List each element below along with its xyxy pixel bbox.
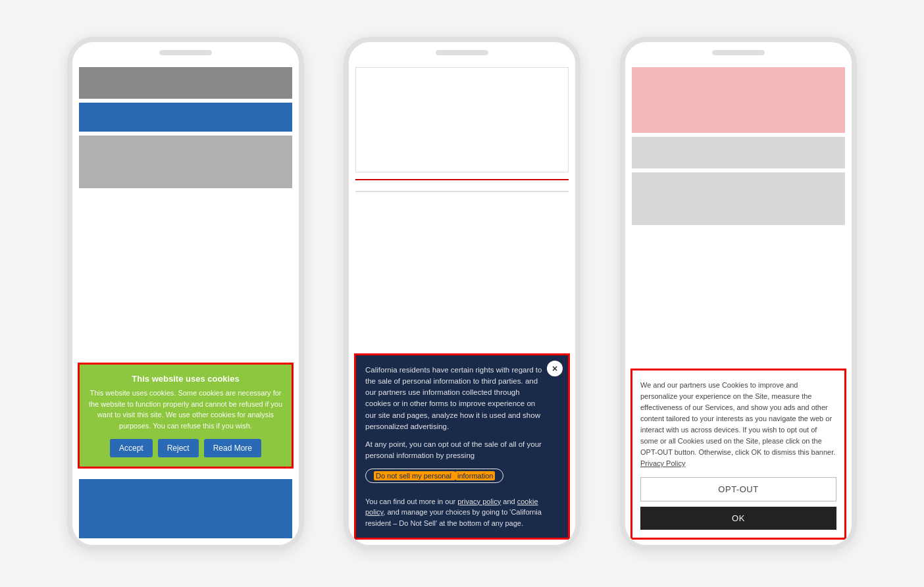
- phone-3-gray-block-1: [632, 137, 845, 168]
- phone-1-spacer: [72, 188, 299, 363]
- phone-3-spacer: [625, 225, 852, 369]
- phone-3-content: We and our partners use Cookies to impro…: [625, 61, 852, 545]
- cookie-2-links: You can find out more in our privacy pol…: [365, 496, 559, 529]
- phone-3-notch: [712, 50, 765, 55]
- cookie-1-text: This website uses cookies. Some cookies …: [88, 388, 284, 431]
- phone-1-content: This website uses cookies This website u…: [72, 61, 299, 545]
- cookie-1-accept-button[interactable]: Accept: [110, 439, 153, 457]
- phone-3-cookie-banner: We and our partners use Cookies to impro…: [630, 369, 846, 540]
- phone-2: × California residents have certain righ…: [344, 37, 580, 550]
- cookie-1-read-more-button[interactable]: Read More: [204, 439, 261, 457]
- cookie-3-text-content: We and our partners use Cookies to impro…: [640, 381, 835, 456]
- phones-container: This website uses cookies This website u…: [41, 11, 883, 576]
- cookie-1-title: This website uses cookies: [88, 374, 284, 384]
- cookie-2-and: and: [501, 498, 517, 505]
- cookie-1-buttons: Accept Reject Read More: [88, 439, 284, 457]
- cookie-3-text: We and our partners use Cookies to impro…: [640, 380, 836, 469]
- cookie-2-do-not-sell-button[interactable]: Do not sell my personal information: [365, 469, 503, 483]
- phone-1-cookie-banner: This website uses cookies This website u…: [78, 363, 294, 469]
- phone-2-screen: × California residents have certain righ…: [349, 61, 575, 545]
- phone-1-bottom-block: [79, 479, 292, 538]
- cookie-3-opt-out-button[interactable]: OPT-OUT: [640, 477, 836, 501]
- do-not-sell-label-plain: Do not sell my personal: [374, 471, 455, 480]
- phone-1: This website uses cookies This website u…: [67, 37, 304, 550]
- phone-2-spacer: [349, 200, 575, 353]
- cookie-2-text1: California residents have certain rights…: [365, 365, 559, 433]
- cookie-1-reject-button[interactable]: Reject: [158, 439, 199, 457]
- cookie-3-ok-button[interactable]: OK: [640, 507, 836, 530]
- cookie-2-privacy-link[interactable]: privacy policy: [457, 498, 501, 505]
- phone-1-blue-block: [79, 103, 292, 132]
- phone-3-gray-block-2: [632, 172, 845, 225]
- cookie-3-privacy-policy-link[interactable]: Privacy Policy: [640, 459, 685, 467]
- phone-2-cookie-banner: × California residents have certain righ…: [354, 353, 570, 540]
- phone-3-screen: We and our partners use Cookies to impro…: [625, 61, 852, 545]
- phone-1-notch: [159, 50, 212, 55]
- phone-2-red-line: [355, 179, 569, 180]
- phone-2-content: × California residents have certain righ…: [349, 61, 575, 545]
- phone-1-content-block: [79, 136, 292, 188]
- phone-3: We and our partners use Cookies to impro…: [620, 37, 857, 550]
- phone-2-white-block: [355, 67, 569, 172]
- cookie-2-text2: At any point, you can opt out of the sal…: [365, 439, 559, 462]
- phone-1-gray-block: [79, 67, 292, 99]
- cookie-2-close-button[interactable]: ×: [547, 361, 563, 376]
- phone-3-pink-block: [632, 67, 845, 133]
- do-not-sell-highlight: information: [455, 471, 495, 480]
- cookie-2-text3-suffix: , and manage your choices by going to 'C…: [365, 508, 542, 527]
- phone-1-screen: This website uses cookies This website u…: [72, 61, 299, 545]
- phone-2-notch: [436, 50, 488, 55]
- cookie-2-text3-prefix: You can find out more in our: [365, 498, 457, 505]
- phone-2-gray-line: [355, 191, 569, 192]
